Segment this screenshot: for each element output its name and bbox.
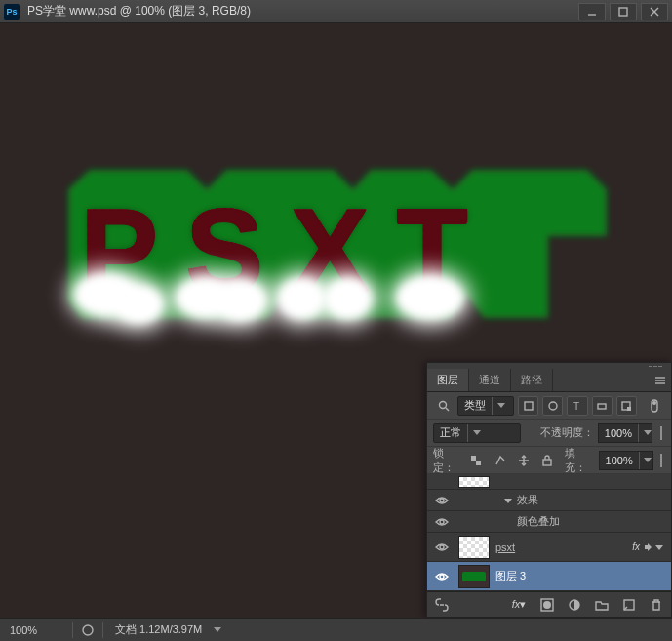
layer-thumbnail [458,476,490,488]
fill-input[interactable]: 100% [599,451,653,470]
filter-kind-select[interactable]: 类型 [457,396,514,416]
tab-channels[interactable]: 通道 [469,369,511,391]
lock-all-icon[interactable] [537,451,557,470]
tab-layers[interactable]: 图层 [427,369,469,391]
panel-tabs: 图层 通道 路径 [427,369,671,392]
doc-size: 文档:1.12M/3.97M [107,622,210,637]
status-info-icon[interactable] [77,621,99,640]
lock-pixels-icon[interactable] [491,451,510,470]
letter-p: P [80,191,158,308]
svg-rect-1 [619,8,627,16]
filter-pixel-icon[interactable] [518,396,538,416]
opacity-input[interactable]: 100% [598,423,652,443]
link-layers-icon[interactable] [431,595,453,615]
fx-color-overlay-label: 颜色叠加 [517,514,560,529]
svg-rect-9 [525,402,533,410]
fx-effects-label: 效果 [517,493,538,507]
adjustment-icon[interactable] [564,595,585,615]
letter-x: X [291,191,369,308]
trash-icon[interactable] [646,595,667,615]
group-icon[interactable] [591,595,613,615]
svg-text:T: T [573,401,579,412]
tab-paths[interactable]: 路径 [511,369,553,391]
filter-search-icon[interactable] [433,396,454,416]
visibility-toggle[interactable] [427,542,456,552]
opacity-scrubber[interactable] [656,423,665,443]
fx-icon[interactable]: fx▾ [509,595,531,615]
app-icon: Ps [4,4,20,20]
svg-rect-14 [627,407,631,411]
lock-label: 锁定： [433,446,462,475]
fx-color-overlay-row[interactable]: 颜色叠加 [427,511,671,533]
zoom-level[interactable]: 100% [0,624,68,636]
svg-point-25 [440,575,444,579]
layer-name[interactable]: 图层 3 [495,569,665,583]
fx-effects-row[interactable]: 效果 [427,490,671,511]
layers-list: 效果 颜色叠加 psxt fx 图层 3 [427,474,671,591]
visibility-toggle[interactable] [427,517,456,527]
panel-menu-button[interactable] [650,369,671,391]
layer-row-layer3[interactable]: 图层 3 [427,562,671,591]
letter-s: S [185,191,263,308]
panel-bottom-toolbar: fx▾ [427,591,671,617]
svg-rect-20 [543,460,551,465]
close-button[interactable] [641,3,668,20]
chevron-down-icon[interactable] [653,543,665,551]
svg-line-8 [446,408,449,411]
filter-type-icon[interactable]: T [567,396,587,416]
lock-row: 锁定： 填充： 100% [427,447,671,474]
svg-point-23 [440,520,444,524]
opacity-label: 不透明度： [540,425,594,440]
knit-text: P S X T [80,191,467,308]
minimize-button[interactable] [578,3,606,20]
layers-panel: 图层 通道 路径 类型 T 正常 不透明度： 100% 锁定： 填充： 100% [426,362,672,618]
mask-icon[interactable] [536,595,558,615]
status-menu-chevron-icon[interactable] [214,627,221,632]
fill-scrubber[interactable] [657,451,665,470]
fx-badge: fx [632,541,640,552]
visibility-toggle[interactable] [427,572,456,581]
maximize-button[interactable] [610,3,637,20]
letter-t: T [396,191,467,308]
svg-point-7 [439,401,446,408]
layer-thumbnail [458,565,490,588]
filter-shape-icon[interactable] [592,396,613,416]
svg-rect-19 [476,461,481,465]
filter-adjust-icon[interactable] [542,396,563,416]
filter-smart-icon[interactable] [616,396,637,416]
svg-point-30 [83,625,93,635]
svg-point-24 [440,545,444,549]
chevron-right-icon[interactable] [642,543,653,551]
svg-point-27 [543,601,551,609]
blend-row: 正常 不透明度： 100% [427,420,671,447]
fill-label: 填充： [565,446,594,475]
filter-toggle-switch[interactable] [645,396,665,416]
statusbar: 100% 文档:1.12M/3.97M [0,618,672,641]
visibility-toggle[interactable] [427,496,456,505]
artwork: P S X T [60,148,616,359]
svg-point-22 [440,499,444,502]
layer-name[interactable]: psxt [495,541,632,553]
svg-rect-18 [471,456,476,461]
titlebar: Ps PS学堂 www.psd @ 100% (图层 3, RGB/8) [0,0,672,23]
layer-row-partial[interactable] [427,474,671,490]
chevron-down-icon [503,496,513,505]
layer-row-psxt[interactable]: psxt fx [427,533,671,562]
layer-thumbnail [458,536,490,559]
document-title: PS学堂 www.psd @ 100% (图层 3, RGB/8) [27,3,574,20]
svg-point-10 [549,402,557,410]
new-layer-icon[interactable] [618,595,640,615]
lock-transparent-icon[interactable] [466,451,486,470]
svg-rect-12 [598,404,606,409]
lock-position-icon[interactable] [514,451,534,470]
blend-mode-select[interactable]: 正常 [433,423,521,443]
svg-point-16 [652,401,656,405]
layer-filter-row: 类型 T [427,392,671,420]
